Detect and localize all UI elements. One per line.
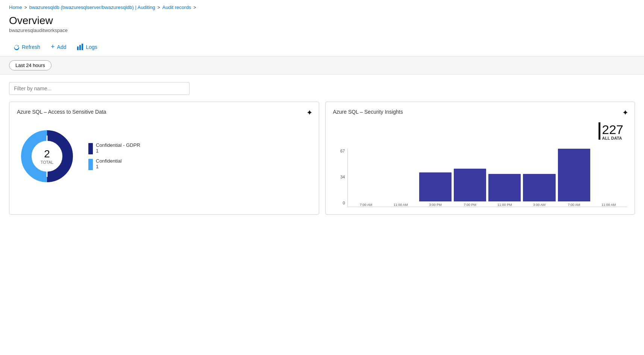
y-label-0: 0 [342, 201, 345, 205]
legend-text-1: Confidential 1 [96, 158, 122, 169]
legend-item-0: Confidential - GDPR 1 [88, 142, 140, 154]
x-label-7: 11:00 AM [592, 203, 625, 207]
logs-icon [77, 44, 83, 50]
svg-rect-2 [82, 44, 83, 50]
legend-name-1: Confidential [96, 158, 122, 164]
cards-container: Azure SQL – Access to Sensitive Data ✦ [9, 102, 635, 215]
donut-chart: 2 TOTAL [17, 126, 77, 186]
filter-bar: Last 24 hours [0, 56, 644, 75]
toolbar: Refresh + Add Logs [0, 38, 644, 56]
refresh-button[interactable]: Refresh [9, 42, 45, 52]
bars-container: 7:00 AM 11:00 AM 3:00 PM 7:00 PM 11:00 P… [347, 149, 627, 207]
bar-3 [454, 169, 486, 201]
legend-item-1: Confidential 1 [88, 158, 140, 170]
page-title: Overview [9, 15, 635, 27]
pin-icon-card1[interactable]: ✦ [306, 108, 313, 117]
bars-row [348, 149, 627, 201]
bar-6 [558, 149, 590, 201]
card1-title: Azure SQL – Access to Sensitive Data [17, 109, 311, 115]
bar-indicator [599, 122, 600, 140]
big-number-block: 227 ALL DATA [602, 123, 623, 140]
y-axis: 67 34 0 [333, 149, 347, 205]
donut-legend: Confidential - GDPR 1 Confidential 1 [88, 142, 140, 170]
pin-icon-card2[interactable]: ✦ [622, 108, 629, 117]
x-label-1: 11:00 AM [385, 203, 417, 207]
legend-text-0: Confidential - GDPR 1 [96, 142, 140, 154]
x-label-2: 3:00 PM [419, 203, 452, 207]
card-security-insights: Azure SQL – Security Insights ✦ 227 ALL … [325, 102, 635, 215]
logs-label: Logs [86, 44, 97, 50]
add-icon: + [51, 43, 55, 51]
page-subtitle: bwazuresqlauditworkspace [9, 27, 635, 33]
card-sensitive-data: Azure SQL – Access to Sensitive Data ✦ [9, 102, 319, 215]
refresh-icon [14, 44, 20, 50]
breadcrumb-db[interactable]: bwazuresqldb (bwazuresqlserver/bwazuresq… [29, 5, 155, 10]
donut-total: 2 [41, 148, 53, 160]
breadcrumb-audit[interactable]: Audit records [162, 5, 191, 10]
legend-value-0: 1 [96, 148, 140, 154]
all-data-label: ALL DATA [602, 136, 623, 140]
x-label-3: 7:00 PM [454, 203, 486, 207]
bar-4 [488, 174, 521, 201]
breadcrumb-home[interactable]: Home [9, 5, 22, 10]
legend-color-1 [88, 159, 93, 170]
y-label-67: 67 [340, 149, 345, 153]
legend-name-0: Confidential - GDPR [96, 142, 140, 148]
x-label-5: 3:00 AM [523, 203, 555, 207]
filter-input[interactable] [9, 82, 189, 95]
x-label-6: 7:00 AM [558, 203, 590, 207]
svg-rect-0 [77, 47, 79, 50]
svg-point-3 [77, 46, 79, 48]
card2-title: Azure SQL – Security Insights [333, 109, 627, 115]
logs-button[interactable]: Logs [72, 41, 102, 53]
svg-point-4 [79, 45, 81, 46]
x-label-0: 7:00 AM [350, 203, 382, 207]
big-number: 227 [602, 123, 623, 136]
breadcrumb: Home > bwazuresqldb (bwazuresqlserver/bw… [0, 0, 644, 13]
time-filter-button[interactable]: Last 24 hours [9, 60, 52, 70]
bar-chart-section: 227 ALL DATA 67 34 0 [333, 122, 627, 207]
breadcrumb-sep-1: > [24, 5, 27, 10]
svg-rect-1 [79, 46, 81, 50]
refresh-label: Refresh [22, 44, 40, 50]
y-label-34: 34 [340, 175, 345, 179]
donut-center: 2 TOTAL [41, 148, 53, 165]
breadcrumb-sep-3: > [193, 5, 196, 10]
chart-area: 67 34 0 [333, 149, 627, 207]
bar-2 [419, 172, 452, 201]
main-content: Azure SQL – Access to Sensitive Data ✦ [0, 75, 644, 222]
bar-5 [523, 174, 555, 201]
x-label-4: 11:00 PM [488, 203, 521, 207]
add-label: Add [57, 44, 67, 50]
legend-value-1: 1 [96, 164, 122, 169]
donut-section: 2 TOTAL Confidential - GDPR 1 [17, 122, 311, 190]
x-axis-labels: 7:00 AM 11:00 AM 3:00 PM 7:00 PM 11:00 P… [348, 201, 627, 207]
donut-total-label: TOTAL [41, 160, 53, 164]
breadcrumb-sep-2: > [158, 5, 160, 10]
page-header: Overview bwazuresqlauditworkspace [0, 13, 644, 38]
add-button[interactable]: + Add [46, 41, 71, 53]
bar-chart-header: 227 ALL DATA [599, 122, 623, 140]
legend-color-0 [88, 143, 93, 154]
